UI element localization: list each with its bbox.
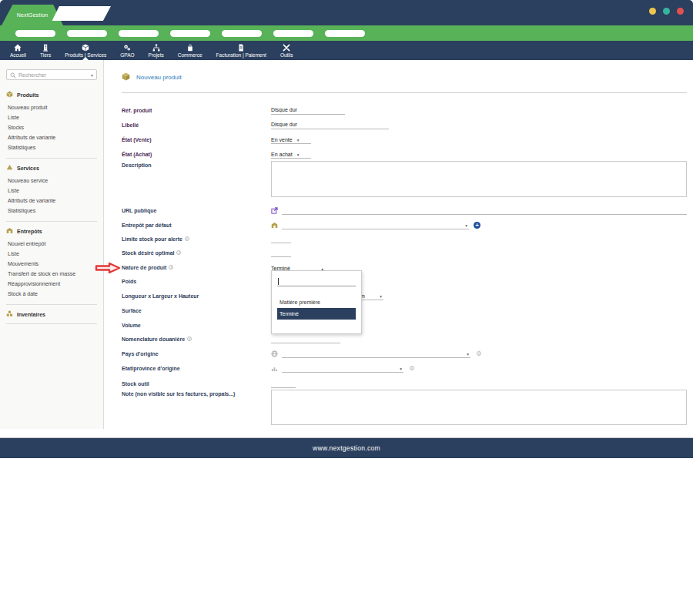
sidebar-search[interactable]: ▾ bbox=[6, 69, 97, 80]
entrepot-select[interactable]: ▾ bbox=[282, 221, 469, 229]
add-entrepot-button[interactable]: + bbox=[474, 222, 480, 229]
window-controls bbox=[649, 8, 684, 15]
sidebar-item-liste-entrepots[interactable]: Liste bbox=[6, 249, 97, 259]
sidebar-item-nouveau-produit[interactable]: Nouveau produit bbox=[6, 102, 97, 112]
nav-pill[interactable] bbox=[325, 30, 365, 37]
sidebar-section-inventaires[interactable]: Inventaires bbox=[6, 310, 97, 318]
section-title: Inventaires bbox=[17, 312, 45, 317]
info-icon[interactable]: i bbox=[169, 265, 173, 270]
dropdown-option-termine[interactable]: Terminé bbox=[277, 308, 356, 320]
chevron-down-icon: ▾ bbox=[380, 294, 382, 299]
field-label: Stock outil bbox=[122, 381, 271, 387]
field-label: Réf. produit bbox=[122, 108, 271, 113]
nav-pill[interactable] bbox=[15, 30, 55, 37]
stock-outil-input[interactable] bbox=[271, 380, 296, 388]
field-row-nature: Nature de produiti Terminé ▴ bbox=[122, 262, 687, 273]
divider bbox=[6, 158, 97, 159]
nomenclature-input[interactable] bbox=[271, 335, 340, 343]
pays-select[interactable]: ▾ bbox=[282, 350, 470, 358]
building-icon bbox=[42, 44, 49, 52]
nature-search-input[interactable] bbox=[277, 276, 356, 286]
nav-pill[interactable] bbox=[67, 30, 107, 37]
sidebar-item-liste-services[interactable]: Liste bbox=[6, 186, 97, 196]
sidebar-item-nouveau-service[interactable]: Nouveau service bbox=[6, 176, 97, 186]
field-row-stock-desire: Stock désiré optimali bbox=[122, 247, 687, 258]
dimension-unit-select[interactable]: m ▾ bbox=[360, 292, 383, 300]
info-icon[interactable]: i bbox=[185, 236, 189, 241]
sidebar-item-transfert-stock[interactable]: Transfert de stock en masse bbox=[6, 269, 97, 279]
field-label: Description bbox=[122, 161, 271, 168]
sidebar-item-stocks[interactable]: Stocks bbox=[6, 122, 97, 132]
minimize-dot[interactable] bbox=[649, 8, 656, 15]
ref-produit-input[interactable] bbox=[271, 106, 345, 115]
note-textarea[interactable] bbox=[271, 390, 687, 425]
sidebar-section-entrepots[interactable]: Entrepôts bbox=[6, 227, 97, 235]
url-publique-input[interactable] bbox=[282, 206, 687, 215]
menu-item-produits-services[interactable]: Produits | Services bbox=[58, 41, 113, 60]
sidebar-item-statistiques[interactable]: Statistiques bbox=[6, 142, 97, 152]
sidebar-item-attributs-variante[interactable]: Attributs de variante bbox=[6, 132, 97, 142]
field-row-poids: Poids bbox=[122, 276, 687, 286]
stock-desire-input[interactable] bbox=[271, 249, 291, 257]
info-icon[interactable]: i bbox=[410, 366, 414, 370]
menu-item-accueil[interactable]: Accueil bbox=[3, 41, 33, 60]
info-icon[interactable]: i bbox=[176, 250, 181, 255]
nav-pill[interactable] bbox=[273, 30, 313, 37]
sidebar-section-produits[interactable]: Produits bbox=[6, 91, 97, 99]
menu-item-facturation[interactable]: Facturation | Paiement bbox=[209, 41, 273, 60]
warehouse-icon bbox=[6, 227, 13, 235]
menu-item-gpao[interactable]: GPAO bbox=[113, 41, 141, 60]
left-sidebar: ▾ Produits Nouveau produit Liste Stocks … bbox=[0, 60, 104, 429]
brand-logo[interactable]: NextGestion bbox=[2, 5, 63, 25]
nav-pill[interactable] bbox=[222, 30, 262, 37]
maximize-dot[interactable] bbox=[663, 8, 670, 15]
section-title: Entrepôts bbox=[17, 229, 42, 234]
info-icon[interactable]: i bbox=[477, 351, 481, 356]
field-label: État (Achat) bbox=[122, 152, 271, 157]
search-icon bbox=[10, 68, 16, 82]
section-title: Produits bbox=[17, 92, 38, 98]
libelle-input[interactable] bbox=[271, 121, 389, 129]
divider bbox=[6, 304, 97, 305]
footer-link[interactable]: www.nextgestion.com bbox=[313, 444, 380, 452]
globe-icon bbox=[271, 350, 278, 357]
field-row-libelle: Libellé bbox=[122, 119, 687, 130]
sidebar-item-mouvements[interactable]: Mouvements bbox=[6, 259, 97, 269]
dropdown-option-matiere-premiere[interactable]: Matière première bbox=[277, 296, 356, 308]
field-label: Etat/province d'origine bbox=[122, 366, 271, 371]
cube-icon bbox=[82, 44, 89, 52]
description-textarea[interactable] bbox=[271, 161, 687, 197]
menu-item-commerce[interactable]: Commerce bbox=[171, 41, 209, 60]
menu-item-outils[interactable]: Outils bbox=[273, 41, 300, 60]
province-select[interactable]: ▾ bbox=[282, 364, 403, 373]
sidebar-item-statistiques-services[interactable]: Statistiques bbox=[6, 206, 97, 216]
sidebar-item-reapprovisionnement[interactable]: Réapprovisionnement bbox=[6, 279, 97, 289]
search-input[interactable] bbox=[18, 72, 89, 78]
etat-achat-select[interactable]: En achat ▾ bbox=[271, 150, 311, 159]
nav-pill[interactable] bbox=[170, 30, 210, 37]
menu-item-label: Produits | Services bbox=[65, 52, 106, 58]
product-cube-icon bbox=[122, 70, 130, 84]
nav-pill[interactable] bbox=[119, 30, 159, 37]
close-dot[interactable] bbox=[677, 8, 684, 15]
external-link-icon[interactable] bbox=[271, 207, 278, 214]
region-icon bbox=[271, 365, 278, 372]
etat-vente-select[interactable]: En vente ▾ bbox=[271, 136, 311, 144]
menu-item-tiers[interactable]: Tiers bbox=[33, 41, 58, 60]
warehouse-icon bbox=[271, 222, 278, 229]
field-label: Libellé bbox=[122, 122, 271, 128]
top-bar: NextGestion bbox=[0, 0, 693, 25]
field-label: URL publique bbox=[122, 208, 271, 213]
menu-item-label: Facturation | Paiement bbox=[216, 52, 266, 58]
sidebar-item-attributs-variante-services[interactable]: Attributs de variante bbox=[6, 196, 97, 206]
sidebar-item-liste-produits[interactable]: Liste bbox=[6, 112, 97, 122]
dropdown-option-empty[interactable] bbox=[277, 286, 356, 296]
menu-item-projets[interactable]: Projets bbox=[142, 41, 171, 60]
sidebar-item-nouvel-entrepot[interactable]: Nouvel entrepôt bbox=[6, 239, 97, 249]
sidebar-item-stock-a-date[interactable]: Stock à date bbox=[6, 289, 97, 299]
info-icon[interactable]: i bbox=[187, 336, 192, 341]
field-label: Note (non visible sur les factures, prop… bbox=[122, 390, 271, 397]
limite-stock-input[interactable] bbox=[271, 235, 291, 243]
field-label: Entrepôt par défaut bbox=[122, 223, 271, 228]
sidebar-section-services[interactable]: Services bbox=[6, 164, 97, 172]
